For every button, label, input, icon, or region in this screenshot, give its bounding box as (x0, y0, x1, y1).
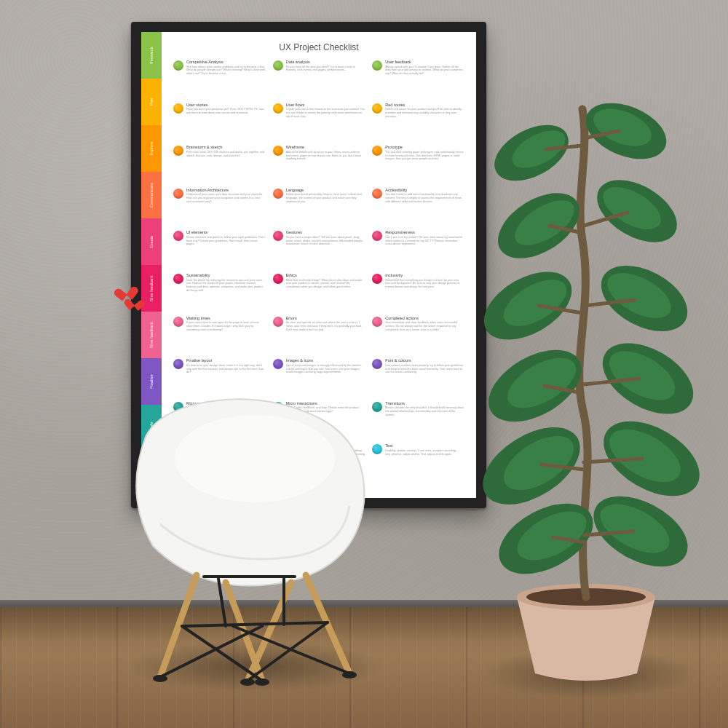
item-text: WireframeAdd some details and structure … (286, 145, 365, 185)
item-desc: Move fast and break things? What about s… (286, 279, 365, 289)
category-label: Communicate (149, 183, 154, 207)
category-segment: Research (141, 32, 162, 79)
item-icon (372, 359, 382, 369)
item-title: Accessibility (385, 188, 464, 193)
checklist-item: SustainabilitySave the planet by reducin… (173, 273, 266, 313)
item-desc: Define red routes for your product and y… (385, 108, 464, 118)
checklist-item: User storiesHave you done your personas … (173, 103, 266, 143)
item-title: Language (286, 188, 365, 193)
heart-stickers (118, 282, 134, 313)
item-text: InclusivityRemember that everything you … (385, 273, 464, 313)
item-text: Data analysisDo you have all the data yo… (286, 60, 365, 100)
item-icon (273, 189, 283, 199)
item-text: ResponsivenessCan I see it on my mobile?… (385, 230, 464, 270)
checklist-item: Red routesDefine red routes for your pro… (372, 103, 464, 143)
item-title: Completed actions (385, 316, 464, 321)
item-title: Sustainability (186, 273, 266, 278)
checklist-item: ResponsivenessCan I see it on my mobile?… (372, 230, 464, 270)
checklist-item: Competitive AnalysisSee how others solve… (173, 60, 266, 100)
checklist-item: EthicsMove fast and break things? What a… (273, 273, 365, 313)
checklist-item: InclusivityRemember that everything you … (372, 273, 464, 313)
item-icon (173, 60, 183, 71)
item-text: GesturesSo you have a swipe slider? Tell… (286, 230, 365, 270)
eames-chair (116, 379, 393, 692)
item-text: User flowsCreate your user's flow based … (286, 103, 365, 143)
category-label: Give feedback (149, 275, 154, 301)
item-desc: Motion shouldn't be only beautiful, it s… (385, 406, 464, 416)
category-segment: Explore (141, 125, 162, 172)
svg-point-2 (255, 678, 269, 686)
item-desc: It's time to let your design shine, make… (186, 364, 266, 374)
item-icon (273, 274, 283, 284)
item-text: LanguageFollow your brand personality, k… (286, 188, 365, 228)
item-desc: See how others solve similar problems an… (186, 66, 266, 76)
item-icon (273, 103, 283, 114)
category-segment: Plan (141, 79, 162, 125)
item-title: Transitions (385, 401, 464, 406)
category-segment: Create (141, 218, 162, 265)
heart-icon (127, 295, 142, 309)
item-text: Font & coloursUse colours and font sizes… (385, 358, 464, 398)
item-text: AccessibilityYou don't need to add extra… (385, 188, 464, 228)
item-text: ErrorsBe clear and specific on what and … (286, 316, 365, 356)
item-title: Waiting times (186, 316, 266, 321)
item-desc: You don't need to add extra functionalit… (385, 193, 464, 203)
item-text: Waiting timesIf your users have to wait … (186, 316, 266, 356)
item-icon (372, 231, 382, 241)
checklist-item: AccessibilityYou don't need to add extra… (372, 188, 464, 228)
svg-point-1 (153, 675, 167, 682)
item-text: SustainabilitySave the planet by reducin… (186, 273, 266, 313)
item-icon (173, 231, 183, 241)
checklist-item: User feedbackAlways speak with your Cust… (372, 60, 464, 100)
checklist-item: Brainstorm & sketchFind a war room, fill… (173, 145, 266, 185)
item-desc: Create your user's flow based on the sce… (286, 108, 365, 118)
item-title: Test (385, 443, 464, 448)
item-icon (173, 103, 183, 114)
category-label: Create (149, 236, 154, 248)
item-text: Red routesDefine red routes for your pro… (385, 103, 464, 143)
item-title: Information Architecture (186, 188, 266, 193)
checklist-item: ErrorsBe clear and specific on what and … (273, 316, 365, 356)
item-desc: Always speak with your Customer Care tea… (385, 66, 464, 76)
checklist-item: Completed actionsGive immediate and clea… (372, 316, 464, 356)
potted-plant (466, 87, 706, 684)
item-title: UI elements (186, 230, 266, 235)
item-title: Data analysis (286, 60, 365, 65)
item-desc: Use of icons and images is strongly infl… (286, 364, 365, 374)
checklist-item: Information ArchitectureUnderstand your … (173, 188, 266, 228)
item-title: Prototype (385, 145, 464, 150)
item-desc: So you have a swipe slider? Tell me more… (286, 236, 365, 246)
item-icon (173, 189, 183, 199)
item-icon (372, 60, 382, 71)
item-text: User storiesHave you done your personas … (186, 103, 266, 143)
item-desc: Find a war room, fill it with markers an… (186, 151, 266, 157)
svg-point-4 (342, 671, 357, 678)
item-icon (173, 146, 183, 156)
item-text: Competitive AnalysisSee how others solve… (186, 60, 266, 100)
item-title: Errors (286, 316, 365, 321)
item-icon (273, 60, 283, 71)
item-icon (173, 274, 183, 284)
category-segment: Give feedback (141, 312, 162, 358)
item-desc: If your users have to wait ages for the … (186, 321, 266, 331)
item-text: TransitionsMotion shouldn't be only beau… (385, 401, 464, 441)
item-desc: Usability studies, surveys, 5 sec tests,… (385, 449, 464, 456)
item-title: Finalise layout (186, 358, 266, 363)
checklist-item: LanguageFollow your brand personality, k… (273, 188, 365, 228)
item-desc: Follow your brand personality, keep in m… (286, 193, 365, 203)
item-title: Ethics (286, 273, 365, 278)
item-desc: Do you have all the data you need? Try t… (286, 66, 365, 72)
checklist-item: PrototypeYou can start creating paper pr… (372, 145, 464, 185)
item-title: Responsiveness (385, 230, 464, 235)
item-text: PrototypeYou can start creating paper pr… (385, 145, 464, 185)
item-desc: Save the planet by reducing the resource… (186, 279, 266, 293)
checklist-item: Waiting timesIf your users have to wait … (173, 316, 266, 356)
item-title: User flows (286, 103, 365, 108)
poster-title: UX Project Checklist (173, 42, 464, 52)
item-icon (273, 317, 283, 327)
item-text: Information ArchitectureUnderstand your … (186, 188, 266, 228)
item-desc: Give immediate and clear feedback when u… (385, 321, 464, 331)
item-desc: Remember that everything you design is d… (385, 279, 464, 289)
category-label: Plan (149, 98, 154, 106)
item-icon (173, 359, 183, 369)
